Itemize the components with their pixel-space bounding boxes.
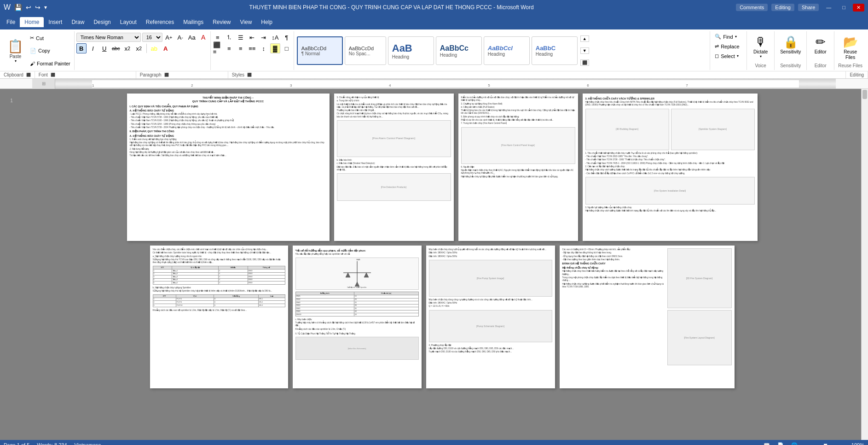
sensitivity-button[interactable]: 🔒 Sensitivity (778, 33, 803, 56)
menu-home[interactable]: Home (20, 17, 44, 27)
superscript-button[interactable]: x2 (134, 43, 144, 53)
strikethrough-button[interactable]: abc (111, 43, 121, 53)
maximize-button[interactable]: □ (839, 4, 849, 11)
style-normal[interactable]: AaBbCcDd ¶ Normal (297, 36, 343, 65)
web-layout-button[interactable]: 🌐 (789, 441, 799, 445)
font-color-button[interactable]: A (161, 43, 171, 53)
close-button[interactable]: ✕ (853, 4, 864, 12)
status-bar: Page 1 of 5 Words: 8,234 Vietnamese 📖 📄 … (0, 440, 868, 445)
clipboard-label[interactable]: Clipboard ⬛ (0, 71, 35, 78)
sort-button[interactable]: ↕A (270, 32, 280, 42)
menu-file[interactable]: File (2, 17, 20, 27)
quick-save[interactable]: 💾 (14, 4, 22, 11)
heading4-preview: AaBbCcl (488, 45, 513, 52)
editor-button[interactable]: ✏ Editor (813, 33, 828, 56)
sensitivity-icon: 🔒 (783, 35, 798, 49)
find-button[interactable]: 🔍 Find ▾ (712, 32, 745, 41)
decrease-indent-button[interactable]: ⇤ (247, 32, 257, 42)
voice-group: 🎙 Dictate ▾ Voice (747, 31, 775, 70)
menu-layout[interactable]: Layout (116, 17, 141, 27)
select-label: Select (721, 53, 735, 59)
decrease-font-button[interactable]: A- (175, 32, 185, 42)
editing-label[interactable]: Editing (846, 71, 868, 78)
style-no-spacing[interactable]: AaBbCcDd No Spac... (345, 36, 386, 65)
editing-label-text: Editing (850, 72, 864, 77)
increase-font-button[interactable]: A+ (164, 32, 174, 42)
multilevel-list-button[interactable]: ☰ (236, 32, 246, 42)
page-6-table-and-text: Đường kínhChiều dài (m) DN2515 DN3220 DN… (295, 292, 419, 316)
show-marks-button[interactable]: ¶ (282, 32, 292, 42)
menu-draw[interactable]: Draw (67, 17, 89, 27)
font-name-select[interactable]: Times New Roman Arial Calibri (76, 33, 141, 42)
highlight-button[interactable]: ab (149, 43, 159, 53)
align-right-button[interactable]: ≡ (236, 43, 246, 53)
quick-redo[interactable]: ↪ (35, 4, 41, 11)
style-heading2[interactable]: AaBbCc Heading (436, 36, 482, 65)
clear-formatting-button[interactable]: A (198, 32, 208, 42)
style-heading5[interactable]: AaBbC Heading (532, 36, 578, 65)
quick-undo[interactable]: ↩ (26, 4, 31, 11)
zoom-level[interactable]: 100% (851, 442, 864, 445)
minimize-button[interactable]: — (822, 4, 835, 11)
title-bar-right: Comments Editing Share — □ ✕ (736, 4, 864, 12)
align-left-button[interactable]: ⬛ ≡ (213, 43, 223, 53)
heading5-preview: AaBbC (536, 45, 556, 52)
increase-indent-button[interactable]: ⇥ (259, 32, 269, 42)
replace-button[interactable]: ⇌ Replace (712, 42, 745, 51)
pages-row-top: THUYẾT MINH BIỆN PHÁP THI CÔNG –QUY TRÌN… (32, 94, 852, 241)
ruler-white-area: 1 2 3 4 5 6 7 (92, 80, 799, 88)
share-button[interactable]: Share (798, 4, 819, 11)
style-heading4[interactable]: AaBbCcl Heading (484, 36, 530, 65)
cut-button[interactable]: ✂ Cut (28, 34, 72, 42)
underline-button[interactable]: U (99, 43, 110, 53)
ribbon: 📋 Paste ▾ ✂ Cut 📄 Copy 🖌 Format Painter (0, 29, 868, 79)
menu-mailings[interactable]: Mailings (179, 17, 208, 27)
title-bar-center: THUYET MINH BIEN PHAP THI CONG - QUY TRI… (47, 4, 736, 11)
styles-scroll-up[interactable]: ▲ (580, 35, 589, 42)
align-center-button[interactable]: ≡ (224, 43, 234, 53)
select-button[interactable]: ◻ Select ▾ (712, 52, 745, 60)
styles-expand[interactable]: ⬛ (580, 59, 589, 66)
heading5-label: Heading (536, 52, 553, 57)
shading-button[interactable]: ▓ (270, 43, 280, 53)
paste-arrow: ▾ (15, 59, 17, 63)
menu-review[interactable]: Review (208, 17, 235, 27)
menu-help[interactable]: Help (256, 17, 277, 27)
scroll-thumb[interactable] (862, 90, 867, 99)
menu-view[interactable]: View (236, 17, 257, 27)
read-mode-button[interactable]: 📖 (762, 441, 772, 445)
justify-button[interactable]: ≡≡ (247, 43, 257, 53)
reuse-files-button[interactable]: 📂 ReuseFiles (841, 33, 860, 62)
menu-references[interactable]: References (141, 17, 179, 27)
page-5-table1: STTVị trí lắp đặtSố đầuThông số 1Tầng 14… (153, 266, 285, 284)
style-heading1[interactable]: AaB Heading (388, 36, 434, 65)
styles-label[interactable]: Styles ⬛ (228, 71, 846, 78)
paragraph-label[interactable]: Paragraph ⬛ (136, 71, 228, 78)
format-painter-button[interactable]: 🖌 Format Painter (28, 60, 72, 67)
ruler-corner[interactable]: ⊞ (32, 79, 55, 89)
right-scrollbar[interactable] (861, 89, 868, 440)
dictate-button[interactable]: 🎙 Dictate ▾ (752, 33, 770, 60)
subscript-button[interactable]: x2 (122, 43, 133, 53)
font-size-select[interactable]: 16 12 14 18 (142, 33, 162, 42)
bold-button[interactable]: B (76, 43, 87, 53)
editing-button[interactable]: Editing (771, 4, 794, 11)
bullets-button[interactable]: ≡ (213, 32, 223, 42)
comments-button[interactable]: Comments (736, 4, 768, 11)
sprinkler-diagram1: [3D Building Diagram] (585, 109, 669, 150)
pages-container[interactable]: THUYẾT MINH BIỆN PHÁP THI CÔNG –QUY TRÌN… (23, 89, 861, 440)
zoom-slider[interactable]: ————◼———— (803, 442, 848, 445)
styles-scroll-down[interactable]: ▼ (580, 47, 589, 54)
change-case-button[interactable]: Aa (187, 32, 197, 42)
menu-design[interactable]: Design (89, 17, 115, 27)
menu-insert[interactable]: Insert (44, 17, 67, 27)
borders-button[interactable]: □ (282, 43, 292, 53)
italic-button[interactable]: I (88, 43, 98, 53)
print-layout-button[interactable]: 📄 (775, 441, 786, 445)
font-label[interactable]: Font ⬛ (35, 71, 136, 78)
paste-button[interactable]: 📋 Paste ▾ (4, 32, 27, 69)
copy-button[interactable]: 📄 Copy (28, 47, 72, 55)
numbering-button[interactable]: ⒈ (224, 32, 234, 42)
page-5-content: Vào các điểm chữa cháy, các điểm chữa mó… (150, 246, 288, 315)
line-spacing-button[interactable]: ↕ (259, 43, 269, 53)
